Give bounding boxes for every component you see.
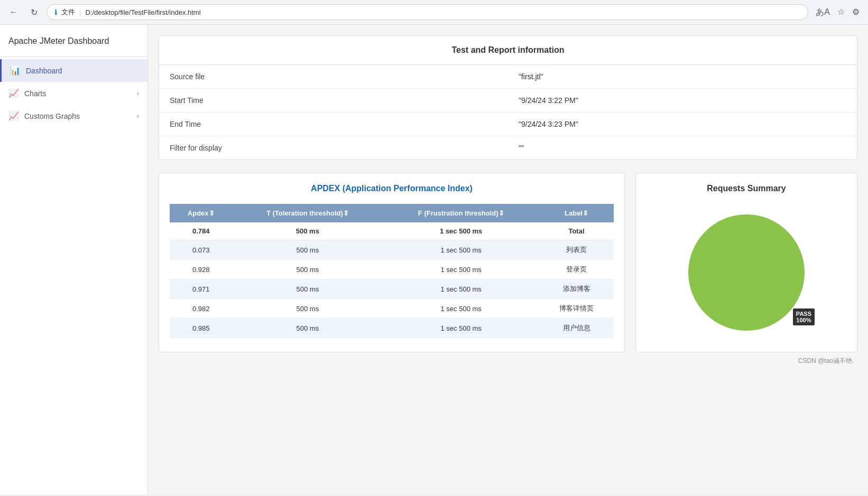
table-row: 0.928 500 ms 1 sec 500 ms 登录页 bbox=[170, 260, 614, 279]
table-row: End Time "9/24/24 3:23 PM" bbox=[159, 113, 857, 136]
pass-text: PASS bbox=[796, 311, 811, 317]
pie-container: PASS 100% bbox=[647, 204, 846, 341]
apdex-panel: APDEX (Application Performance Index) Ap… bbox=[159, 173, 625, 352]
customs-icon: 📈 bbox=[8, 111, 19, 121]
requests-title: Requests Summary bbox=[647, 184, 846, 193]
apdex-value: 0.784 bbox=[170, 222, 232, 240]
row-label: 登录页 bbox=[539, 260, 614, 279]
back-button[interactable]: ← bbox=[6, 5, 21, 20]
pie-chart bbox=[683, 209, 810, 336]
row-value: "" bbox=[508, 136, 857, 160]
sort-icon: ⇕ bbox=[209, 209, 215, 217]
apdex-column-header[interactable]: Apdex⇕ bbox=[170, 204, 232, 222]
t-threshold: 500 ms bbox=[232, 240, 383, 260]
t-threshold: 500 ms bbox=[232, 222, 383, 240]
row-value: "9/24/24 3:23 PM" bbox=[508, 113, 857, 136]
row-value: "9/24/24 3:22 PM" bbox=[508, 89, 857, 113]
url-text: D:/desktop/file/TestFile/first/index.htm… bbox=[85, 8, 200, 16]
customs-label: Customs Graphs bbox=[24, 112, 80, 120]
info-table: Source file "first.jtl" Start Time "9/24… bbox=[159, 65, 857, 160]
customs-chevron-icon: ‹ bbox=[137, 113, 139, 120]
address-bar[interactable]: ℹ 文件 | D:/desktop/file/TestFile/first/in… bbox=[47, 4, 808, 20]
separator: | bbox=[79, 8, 81, 16]
app-title: Apache JMeter Dashboard bbox=[0, 30, 147, 54]
row-label: Source file bbox=[159, 65, 508, 89]
sidebar-item-left: 📈 Customs Graphs bbox=[8, 111, 80, 121]
f-threshold: 1 sec 500 ms bbox=[383, 279, 539, 299]
main-content: Test and Report information Source file … bbox=[148, 25, 868, 494]
apdex-value: 0.982 bbox=[170, 299, 232, 319]
f-threshold: 1 sec 500 ms bbox=[383, 240, 539, 260]
sidebar-item-left: 📈 Charts bbox=[8, 88, 46, 98]
row-label: 用户信息 bbox=[539, 319, 614, 338]
apdex-value: 0.971 bbox=[170, 279, 232, 299]
table-row: 0.985 500 ms 1 sec 500 ms 用户信息 bbox=[170, 319, 614, 338]
sidebar-divider bbox=[0, 57, 147, 57]
translate-icon[interactable]: あA bbox=[814, 5, 832, 20]
t-threshold: 500 ms bbox=[232, 319, 383, 338]
browser-actions: あA ☆ ⚙ bbox=[814, 5, 862, 20]
apdex-column-header[interactable]: Label⇕ bbox=[539, 204, 614, 222]
row-label: Total bbox=[539, 222, 614, 240]
favorites-icon[interactable]: ☆ bbox=[835, 5, 847, 20]
t-threshold: 500 ms bbox=[232, 279, 383, 299]
table-row: 0.982 500 ms 1 sec 500 ms 博客详情页 bbox=[170, 299, 614, 319]
row-label: 列表页 bbox=[539, 240, 614, 260]
apdex-title: APDEX (Application Performance Index) bbox=[170, 184, 614, 193]
row-label: 博客详情页 bbox=[539, 299, 614, 319]
pass-percent: 100% bbox=[796, 317, 811, 323]
app-container: Apache JMeter Dashboard 📊 Dashboard 📈 Ch… bbox=[0, 25, 868, 494]
info-icon: ℹ bbox=[54, 8, 57, 16]
settings-icon[interactable]: ⚙ bbox=[850, 5, 862, 20]
info-section-title: Test and Report information bbox=[159, 36, 857, 65]
sidebar-item-customs-graphs[interactable]: 📈 Customs Graphs ‹ bbox=[0, 105, 147, 127]
apdex-column-header[interactable]: F (Frustration threshold)⇕ bbox=[383, 204, 539, 222]
table-row: 0.971 500 ms 1 sec 500 ms 添加博客 bbox=[170, 279, 614, 299]
dashboard-label: Dashboard bbox=[26, 67, 62, 75]
refresh-button[interactable]: ↻ bbox=[26, 5, 41, 20]
sidebar-item-charts[interactable]: 📈 Charts ‹ bbox=[0, 82, 147, 105]
table-row: 0.073 500 ms 1 sec 500 ms 列表页 bbox=[170, 240, 614, 260]
table-row: Source file "first.jtl" bbox=[159, 65, 857, 89]
charts-chevron-icon: ‹ bbox=[137, 90, 139, 97]
row-label: 添加博客 bbox=[539, 279, 614, 299]
row-label: Filter for display bbox=[159, 136, 508, 160]
sidebar-item-left: 📊 Dashboard bbox=[10, 65, 62, 76]
row-value: "first.jtl" bbox=[508, 65, 857, 89]
dashboard-icon: 📊 bbox=[10, 65, 21, 76]
browser-chrome: ← ↻ ℹ 文件 | D:/desktop/file/TestFile/firs… bbox=[0, 0, 868, 25]
requests-panel: Requests Summary PASS 100% bbox=[635, 173, 857, 352]
row-label: Start Time bbox=[159, 89, 508, 113]
charts-label: Charts bbox=[24, 89, 46, 98]
sort-icon: ⇕ bbox=[498, 209, 504, 217]
sort-icon: ⇕ bbox=[583, 209, 588, 217]
apdex-value: 0.985 bbox=[170, 319, 232, 338]
pie-slice-pass bbox=[688, 214, 805, 331]
url-prefix: 文件 bbox=[61, 7, 75, 17]
apdex-value: 0.928 bbox=[170, 260, 232, 279]
bottom-panels: APDEX (Application Performance Index) Ap… bbox=[159, 173, 857, 352]
sort-icon: ⇕ bbox=[343, 209, 349, 217]
apdex-column-header[interactable]: T (Toleration threshold)⇕ bbox=[232, 204, 383, 222]
apdex-table: Apdex⇕T (Toleration threshold)⇕F (Frustr… bbox=[170, 204, 614, 338]
f-threshold: 1 sec 500 ms bbox=[383, 260, 539, 279]
info-section: Test and Report information Source file … bbox=[159, 35, 857, 160]
watermark: CSDN @tao涵不绝 bbox=[159, 357, 857, 366]
table-row: 0.784 500 ms 1 sec 500 ms Total bbox=[170, 222, 614, 240]
f-threshold: 1 sec 500 ms bbox=[383, 222, 539, 240]
sidebar-item-dashboard[interactable]: 📊 Dashboard bbox=[0, 59, 147, 82]
t-threshold: 500 ms bbox=[232, 299, 383, 319]
sidebar: Apache JMeter Dashboard 📊 Dashboard 📈 Ch… bbox=[0, 25, 148, 494]
apdex-value: 0.073 bbox=[170, 240, 232, 260]
pie-label: PASS 100% bbox=[793, 308, 815, 325]
charts-icon: 📈 bbox=[8, 88, 19, 98]
row-label: End Time bbox=[159, 113, 508, 136]
table-row: Filter for display "" bbox=[159, 136, 857, 160]
t-threshold: 500 ms bbox=[232, 260, 383, 279]
table-row: Start Time "9/24/24 3:22 PM" bbox=[159, 89, 857, 113]
f-threshold: 1 sec 500 ms bbox=[383, 299, 539, 319]
f-threshold: 1 sec 500 ms bbox=[383, 319, 539, 338]
